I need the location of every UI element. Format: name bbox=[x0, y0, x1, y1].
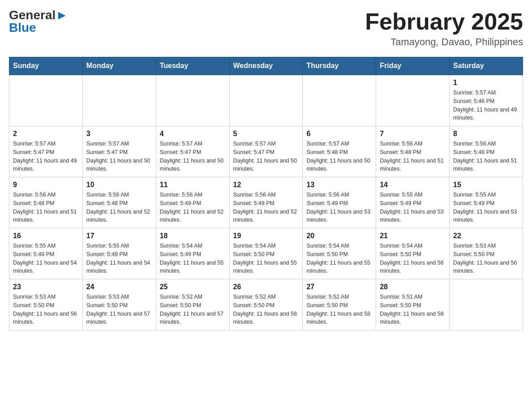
day-number: 18 bbox=[160, 232, 226, 240]
logo-blue-text: Blue bbox=[9, 21, 36, 34]
day-info: Sunrise: 5:56 AMSunset: 5:49 PMDaylight:… bbox=[233, 191, 299, 224]
day-number: 22 bbox=[453, 232, 519, 240]
day-info: Sunrise: 5:55 AMSunset: 5:49 PMDaylight:… bbox=[13, 242, 79, 275]
calendar-week-row: 9Sunrise: 5:56 AMSunset: 5:48 PMDaylight… bbox=[9, 177, 523, 228]
day-info: Sunrise: 5:53 AMSunset: 5:50 PMDaylight:… bbox=[13, 293, 79, 326]
calendar-cell: 5Sunrise: 5:57 AMSunset: 5:47 PMDaylight… bbox=[229, 126, 303, 177]
day-number: 26 bbox=[233, 283, 299, 291]
day-info: Sunrise: 5:56 AMSunset: 5:48 PMDaylight:… bbox=[380, 140, 446, 173]
calendar-week-row: 1Sunrise: 5:57 AMSunset: 5:46 PMDaylight… bbox=[9, 75, 523, 126]
weekday-header-saturday: Saturday bbox=[450, 57, 523, 75]
day-number: 15 bbox=[453, 181, 519, 189]
day-info: Sunrise: 5:56 AMSunset: 5:48 PMDaylight:… bbox=[453, 140, 519, 173]
calendar-cell bbox=[303, 75, 376, 126]
day-number: 21 bbox=[380, 232, 446, 240]
calendar-cell bbox=[9, 75, 83, 126]
weekday-header-sunday: Sunday bbox=[9, 57, 83, 75]
day-number: 16 bbox=[13, 232, 79, 240]
day-info: Sunrise: 5:53 AMSunset: 5:50 PMDaylight:… bbox=[453, 242, 519, 275]
day-number: 1 bbox=[453, 79, 519, 87]
day-info: Sunrise: 5:54 AMSunset: 5:49 PMDaylight:… bbox=[160, 242, 226, 275]
title-block: February 2025 Tamayong, Davao, Philippin… bbox=[365, 9, 523, 48]
calendar-cell: 22Sunrise: 5:53 AMSunset: 5:50 PMDayligh… bbox=[450, 228, 523, 279]
day-number: 9 bbox=[13, 181, 79, 189]
logo-arrow: ► bbox=[56, 8, 68, 22]
calendar-cell: 25Sunrise: 5:52 AMSunset: 5:50 PMDayligh… bbox=[156, 279, 229, 330]
day-info: Sunrise: 5:56 AMSunset: 5:48 PMDaylight:… bbox=[86, 191, 152, 224]
day-info: Sunrise: 5:52 AMSunset: 5:50 PMDaylight:… bbox=[233, 293, 299, 326]
day-number: 12 bbox=[233, 181, 299, 189]
day-number: 24 bbox=[86, 283, 152, 291]
calendar-week-row: 23Sunrise: 5:53 AMSunset: 5:50 PMDayligh… bbox=[9, 279, 523, 330]
calendar-cell: 3Sunrise: 5:57 AMSunset: 5:47 PMDaylight… bbox=[82, 126, 156, 177]
day-number: 8 bbox=[453, 130, 519, 138]
calendar-cell: 19Sunrise: 5:54 AMSunset: 5:50 PMDayligh… bbox=[229, 228, 303, 279]
day-info: Sunrise: 5:54 AMSunset: 5:50 PMDaylight:… bbox=[380, 242, 446, 275]
day-info: Sunrise: 5:57 AMSunset: 5:47 PMDaylight:… bbox=[233, 140, 299, 173]
calendar-cell: 15Sunrise: 5:55 AMSunset: 5:49 PMDayligh… bbox=[450, 177, 523, 228]
day-info: Sunrise: 5:55 AMSunset: 5:49 PMDaylight:… bbox=[86, 242, 152, 275]
day-number: 4 bbox=[160, 130, 226, 138]
day-info: Sunrise: 5:57 AMSunset: 5:46 PMDaylight:… bbox=[453, 89, 519, 122]
logo: General► Blue bbox=[9, 9, 68, 34]
day-info: Sunrise: 5:57 AMSunset: 5:47 PMDaylight:… bbox=[86, 140, 152, 173]
calendar-cell: 18Sunrise: 5:54 AMSunset: 5:49 PMDayligh… bbox=[156, 228, 229, 279]
day-info: Sunrise: 5:56 AMSunset: 5:49 PMDaylight:… bbox=[160, 191, 226, 224]
day-number: 14 bbox=[380, 181, 446, 189]
day-info: Sunrise: 5:52 AMSunset: 5:50 PMDaylight:… bbox=[160, 293, 226, 326]
calendar-cell: 24Sunrise: 5:53 AMSunset: 5:50 PMDayligh… bbox=[82, 279, 156, 330]
day-number: 6 bbox=[306, 130, 372, 138]
day-number: 11 bbox=[160, 181, 226, 189]
day-info: Sunrise: 5:56 AMSunset: 5:49 PMDaylight:… bbox=[306, 191, 372, 224]
day-number: 17 bbox=[86, 232, 152, 240]
calendar-cell: 1Sunrise: 5:57 AMSunset: 5:46 PMDaylight… bbox=[450, 75, 523, 126]
calendar-cell: 4Sunrise: 5:57 AMSunset: 5:47 PMDaylight… bbox=[156, 126, 229, 177]
day-number: 10 bbox=[86, 181, 152, 189]
weekday-header-thursday: Thursday bbox=[303, 57, 376, 75]
calendar-cell: 26Sunrise: 5:52 AMSunset: 5:50 PMDayligh… bbox=[229, 279, 303, 330]
calendar-cell bbox=[82, 75, 156, 126]
logo-general-text: General► bbox=[9, 9, 68, 21]
calendar-cell: 21Sunrise: 5:54 AMSunset: 5:50 PMDayligh… bbox=[376, 228, 450, 279]
calendar-cell bbox=[229, 75, 303, 126]
weekday-header-friday: Friday bbox=[376, 57, 450, 75]
day-info: Sunrise: 5:55 AMSunset: 5:49 PMDaylight:… bbox=[453, 191, 519, 224]
day-number: 19 bbox=[233, 232, 299, 240]
day-info: Sunrise: 5:57 AMSunset: 5:47 PMDaylight:… bbox=[160, 140, 226, 173]
calendar-cell bbox=[450, 279, 523, 330]
calendar-week-row: 16Sunrise: 5:55 AMSunset: 5:49 PMDayligh… bbox=[9, 228, 523, 279]
calendar-header-row: SundayMondayTuesdayWednesdayThursdayFrid… bbox=[9, 57, 523, 75]
calendar-cell: 10Sunrise: 5:56 AMSunset: 5:48 PMDayligh… bbox=[82, 177, 156, 228]
day-number: 25 bbox=[160, 283, 226, 291]
calendar-cell: 6Sunrise: 5:57 AMSunset: 5:48 PMDaylight… bbox=[303, 126, 376, 177]
calendar-cell: 8Sunrise: 5:56 AMSunset: 5:48 PMDaylight… bbox=[450, 126, 523, 177]
calendar-cell: 23Sunrise: 5:53 AMSunset: 5:50 PMDayligh… bbox=[9, 279, 83, 330]
day-number: 13 bbox=[306, 181, 372, 189]
day-number: 28 bbox=[380, 283, 446, 291]
day-info: Sunrise: 5:51 AMSunset: 5:50 PMDaylight:… bbox=[380, 293, 446, 326]
weekday-header-wednesday: Wednesday bbox=[229, 57, 303, 75]
day-info: Sunrise: 5:54 AMSunset: 5:50 PMDaylight:… bbox=[233, 242, 299, 275]
day-info: Sunrise: 5:57 AMSunset: 5:47 PMDaylight:… bbox=[13, 140, 79, 173]
day-number: 27 bbox=[306, 283, 372, 291]
calendar-cell: 27Sunrise: 5:52 AMSunset: 5:50 PMDayligh… bbox=[303, 279, 376, 330]
day-info: Sunrise: 5:54 AMSunset: 5:50 PMDaylight:… bbox=[306, 242, 372, 275]
day-number: 20 bbox=[306, 232, 372, 240]
calendar-table: SundayMondayTuesdayWednesdayThursdayFrid… bbox=[9, 57, 523, 330]
page-header: General► Blue February 2025 Tamayong, Da… bbox=[9, 9, 523, 48]
day-info: Sunrise: 5:53 AMSunset: 5:50 PMDaylight:… bbox=[86, 293, 152, 326]
day-info: Sunrise: 5:57 AMSunset: 5:48 PMDaylight:… bbox=[306, 140, 372, 173]
calendar-cell: 28Sunrise: 5:51 AMSunset: 5:50 PMDayligh… bbox=[376, 279, 450, 330]
calendar-cell: 16Sunrise: 5:55 AMSunset: 5:49 PMDayligh… bbox=[9, 228, 83, 279]
calendar-cell: 2Sunrise: 5:57 AMSunset: 5:47 PMDaylight… bbox=[9, 126, 83, 177]
day-number: 23 bbox=[13, 283, 79, 291]
calendar-cell: 11Sunrise: 5:56 AMSunset: 5:49 PMDayligh… bbox=[156, 177, 229, 228]
day-info: Sunrise: 5:56 AMSunset: 5:48 PMDaylight:… bbox=[13, 191, 79, 224]
calendar-cell: 13Sunrise: 5:56 AMSunset: 5:49 PMDayligh… bbox=[303, 177, 376, 228]
calendar-week-row: 2Sunrise: 5:57 AMSunset: 5:47 PMDaylight… bbox=[9, 126, 523, 177]
calendar-cell: 20Sunrise: 5:54 AMSunset: 5:50 PMDayligh… bbox=[303, 228, 376, 279]
calendar-cell: 17Sunrise: 5:55 AMSunset: 5:49 PMDayligh… bbox=[82, 228, 156, 279]
calendar-cell: 7Sunrise: 5:56 AMSunset: 5:48 PMDaylight… bbox=[376, 126, 450, 177]
day-number: 5 bbox=[233, 130, 299, 138]
day-info: Sunrise: 5:55 AMSunset: 5:49 PMDaylight:… bbox=[380, 191, 446, 224]
